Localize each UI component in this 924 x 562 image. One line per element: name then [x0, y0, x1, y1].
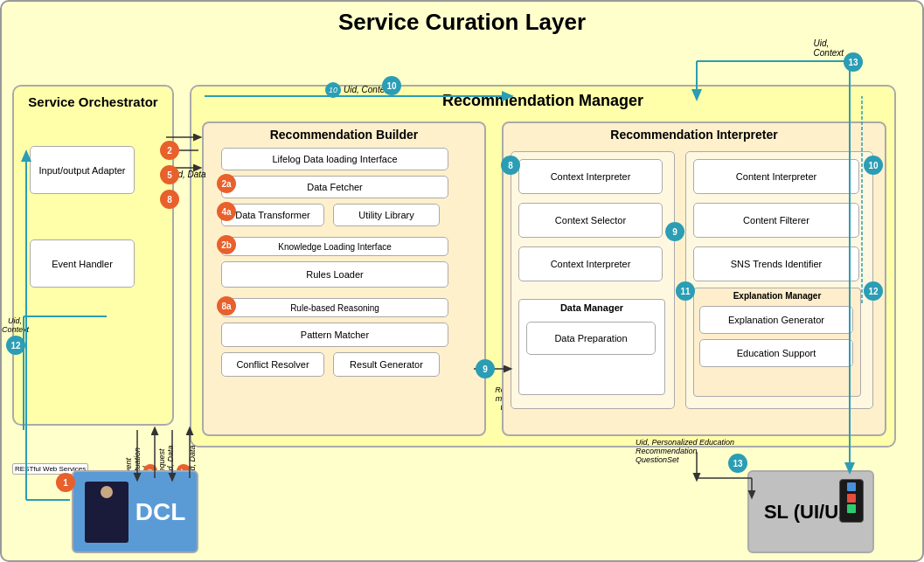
lifelog-box: Lifelog Data loading Interface — [221, 148, 448, 170]
rules-loader-box: Rules Loader — [221, 261, 448, 288]
rec-manager-box: Recommendation Manager Recommendation Bu… — [190, 85, 896, 448]
data-manager-label: Data Manager — [519, 300, 664, 313]
uid-context-12-label: Uid,Context — [2, 316, 28, 334]
context-interpreter-1-box: Context Interpreter — [518, 159, 663, 194]
content-interpreter-box: Content Interpreter — [693, 159, 859, 194]
rm-title: Recommendation Manager — [191, 92, 894, 110]
dcl-figure — [85, 482, 129, 543]
badge-10: 10 — [864, 156, 883, 175]
pattern-matcher-box: Pattern Matcher — [221, 323, 448, 347]
badge-11: 11 — [676, 281, 695, 301]
ri-right-section: Content Interpreter Content Filterer SNS… — [685, 151, 873, 409]
knowledge-loading-box: Knowledge Loading Interface — [221, 237, 448, 256]
content-filterer-box: Content Filterer — [693, 203, 859, 238]
sns-trends-box: SNS Trends Identifier — [693, 246, 859, 281]
io-adapter-label: Input/output Adapter — [38, 165, 125, 176]
uid-personalized-label: Uid, Personalized EducationRecommendatio… — [636, 438, 734, 464]
event-handler-box: Event Handler — [30, 239, 135, 288]
badge-8-ri: 8 — [501, 156, 520, 175]
badge-9: 9 — [476, 359, 495, 378]
explanation-generator-box: Explanation Generator — [699, 306, 853, 334]
badge-1: 1 — [56, 473, 75, 492]
result-generator-box: Result Generator — [333, 352, 440, 377]
explanation-manager-label: Explanation Manager — [694, 288, 860, 301]
rule-based-box: Rule-based Reasoning — [221, 298, 448, 317]
badge-13-top: 13 — [844, 52, 863, 72]
data-transformer-box: Data Transformer — [221, 204, 324, 226]
event-handler-label: Event Handler — [52, 259, 113, 269]
uid-context-top-label: Uid,Context — [814, 38, 844, 58]
badge-8: 8 — [160, 190, 179, 209]
conflict-resolver-box: Conflict Resolver — [221, 352, 324, 377]
badge-12-left: 12 — [6, 336, 25, 355]
data-preparation-box: Data Preparation — [526, 322, 656, 355]
phone-icon — [839, 479, 864, 523]
rec-builder-box: Recommendation Builder Lifelog Data load… — [202, 121, 486, 436]
io-adapter-box: Input/output Adapter — [30, 146, 135, 194]
rb-title: Recommendation Builder — [204, 128, 484, 142]
badge-2: 2 — [160, 141, 179, 160]
badge-9-ri: 9 — [665, 222, 684, 241]
rec-interpreter-box: Recommendation Interpreter Context Inter… — [502, 121, 886, 436]
utility-library-box: Utility Library — [333, 204, 440, 226]
so-title: Service Orchestrator — [14, 94, 172, 111]
page-title: Service Curation Layer — [9, 9, 915, 36]
context-selector-box: Context Selector — [518, 203, 663, 238]
badge-12: 12 — [864, 281, 883, 301]
sl-box: SL (UI/UX) — [747, 470, 874, 553]
data-manager-section: Data Manager Data Preparation — [518, 299, 665, 395]
ri-left-section: Context Interpreter Context Selector Con… — [511, 151, 675, 409]
dcl-box: DCL — [72, 470, 198, 553]
context-interpreter-2-box: Context Interpreter — [518, 246, 663, 281]
badge-8a: 8a — [217, 296, 236, 316]
outer-container: Service Curation Layer — [0, 0, 924, 562]
badge-2a: 2a — [217, 174, 236, 193]
badge-10-inline: 10 — [325, 82, 341, 98]
badge-13-bottom: 13 — [728, 454, 747, 473]
badge-5: 5 — [160, 165, 179, 184]
education-support-box: Education Support — [699, 339, 853, 367]
badge-10-top: 10 — [382, 76, 401, 95]
badge-2b: 2b — [217, 235, 236, 254]
service-orchestrator-box: Service Orchestrator Input/output Adapte… — [12, 85, 174, 426]
explanation-manager-section: Explanation Manager Explanation Generato… — [693, 288, 861, 397]
data-fetcher-box: Data Fetcher — [221, 176, 448, 198]
dcl-title: DCL — [135, 498, 186, 526]
ri-title: Recommendation Interpreter — [504, 128, 885, 142]
badge-4a: 4a — [217, 202, 236, 221]
